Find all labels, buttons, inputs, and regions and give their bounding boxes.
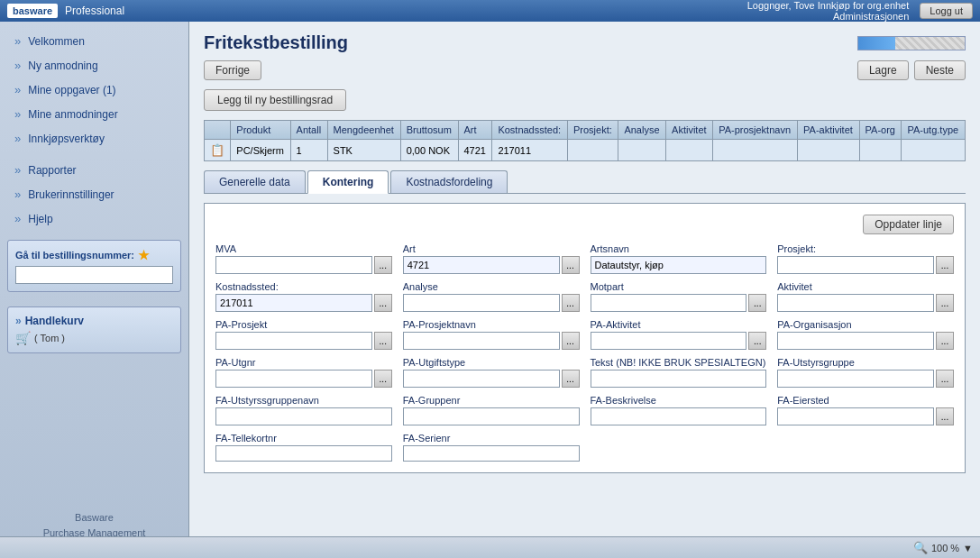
fa-serienr-input[interactable] — [403, 445, 580, 462]
col-pa-org: PA-org — [859, 121, 902, 140]
sidebar-item-brukerinnstillinger[interactable]: Brukerinnstillinger — [0, 182, 188, 206]
sidebar-item-mine-anmodninger[interactable]: Mine anmodninger — [0, 102, 188, 126]
field-kostnadssted: Kostnadssted: ... — [215, 281, 392, 312]
motpart-input[interactable] — [591, 294, 747, 312]
add-row-button[interactable]: Legg til ny bestillingsrad — [204, 89, 346, 111]
progress-bar-fill — [858, 37, 895, 50]
sidebar-item-hjelp[interactable]: Hjelp — [0, 206, 188, 231]
pa-utgiftstype-browse-btn[interactable]: ... — [562, 370, 580, 388]
art-input[interactable] — [403, 256, 560, 274]
sidebar-item-ny-anmodning[interactable]: Ny anmodning — [0, 53, 188, 78]
row-analyse — [618, 140, 666, 161]
back-button[interactable]: Forrige — [204, 60, 261, 80]
fa-eiersted-label: FA-Eiersted — [777, 395, 954, 406]
fa-eiersted-browse-btn[interactable]: ... — [936, 407, 954, 425]
row-pa-aktivitet — [798, 140, 860, 161]
fa-tellekortnr-input[interactable] — [215, 445, 392, 462]
analyse-browse-btn[interactable]: ... — [562, 294, 580, 312]
field-motpart: Motpart ... — [591, 281, 767, 312]
pa-organisasjon-browse-btn[interactable]: ... — [936, 332, 954, 350]
col-prosjekt: Prosjekt: — [567, 121, 618, 140]
pa-aktivitet-input[interactable] — [591, 332, 747, 350]
field-pa-prosjektnavn: PA-Prosjektnavn ... — [403, 319, 580, 350]
sidebar-item-innkjopsverktoey[interactable]: Innkjøpsverktøy — [0, 126, 188, 151]
tekst-label: Tekst (NB! IKKE BRUK SPESIALTEGN) — [591, 357, 767, 368]
prosjekt-input[interactable] — [777, 256, 934, 274]
form-panel: Oppdater linje MVA ... Art — [204, 203, 966, 473]
aktivitet-input[interactable] — [777, 294, 934, 312]
row-icon-cell: 📋 — [205, 140, 231, 161]
pa-prosjekt-input[interactable] — [215, 332, 372, 350]
tab-kostnadsfordeling[interactable]: Kostnadsfordeling — [390, 170, 508, 193]
pa-utgnr-input[interactable] — [215, 370, 372, 388]
fa-utstyrsgruppe-input[interactable] — [777, 370, 934, 388]
field-fa-gruppenr: FA-Gruppenr — [403, 395, 580, 425]
logo: basware — [7, 4, 58, 18]
progress-bar — [857, 36, 966, 50]
field-aktivitet: Aktivitet ... — [777, 281, 954, 312]
goto-input[interactable] — [15, 266, 173, 284]
kostnadssted-input[interactable] — [215, 294, 372, 312]
zoom-dropdown-icon[interactable]: ▼ — [963, 543, 973, 553]
sidebar-item-rapporter[interactable]: Rapporter — [0, 158, 188, 182]
pa-utgnr-browse-btn[interactable]: ... — [374, 370, 392, 388]
row-aktivitet — [666, 140, 713, 161]
artsnavn-label: Artsnavn — [591, 243, 767, 254]
save-button[interactable]: Lagre — [857, 60, 909, 80]
header: basware Professional Loggnger, Tove Innk… — [0, 0, 980, 22]
pa-prosjektnavn-input[interactable] — [403, 332, 560, 350]
pa-utgnr-label: PA-Utgnr — [215, 357, 392, 368]
artsnavn-input[interactable] — [591, 256, 767, 274]
pa-organisasjon-input[interactable] — [777, 332, 934, 350]
pa-prosjekt-label: PA-Prosjekt — [215, 319, 392, 330]
status-bar: 🔍 100 % ▼ — [0, 536, 980, 558]
col-icon — [205, 121, 231, 140]
pa-prosjekt-browse-btn[interactable]: ... — [374, 332, 392, 350]
mva-input[interactable] — [215, 256, 372, 274]
tab-generelle-data[interactable]: Generelle data — [204, 170, 306, 193]
mva-browse-btn[interactable]: ... — [374, 256, 392, 274]
cart-title[interactable]: Handlekurv — [15, 315, 173, 327]
pa-utgiftstype-input[interactable] — [403, 370, 560, 388]
col-kostnadssted: Kostnadssted: — [492, 121, 568, 140]
goto-order-box: Gå til bestillingsnummer: ★ — [7, 240, 181, 292]
table-row[interactable]: 📋 PC/Skjerm 1 STK 0,00 NOK 4721 217011 — [205, 140, 966, 161]
col-art: Art — [458, 121, 492, 140]
motpart-browse-btn[interactable]: ... — [748, 294, 766, 312]
fa-utstyrsgruppe-browse-btn[interactable]: ... — [936, 370, 954, 388]
tab-kontering[interactable]: Kontering — [307, 170, 389, 194]
sidebar-item-velkommen[interactable]: Velkommen — [0, 29, 188, 53]
fa-gruppenr-input[interactable] — [403, 407, 580, 425]
oppdater-linje-button[interactable]: Oppdater linje — [863, 215, 954, 234]
tekst-input[interactable] — [591, 370, 767, 388]
analyse-input[interactable] — [403, 294, 560, 312]
field-fa-serienr: FA-Serienr — [403, 433, 580, 462]
field-pa-utgiftstype: PA-Utgiftstype ... — [403, 357, 580, 388]
prosjekt-browse-btn[interactable]: ... — [936, 256, 954, 274]
order-table-body: 📋 PC/Skjerm 1 STK 0,00 NOK 4721 217011 — [205, 140, 966, 161]
progress-area — [857, 36, 966, 50]
pa-prosjektnavn-label: PA-Prosjektnavn — [403, 319, 580, 330]
aktivitet-browse-btn[interactable]: ... — [936, 294, 954, 312]
next-button[interactable]: Neste — [914, 60, 966, 80]
fa-utstyrsgruppnavn-input[interactable] — [215, 407, 392, 425]
field-pa-prosjekt: PA-Prosjekt ... — [215, 319, 392, 350]
header-left: basware Professional — [7, 4, 124, 18]
aktivitet-label: Aktivitet — [777, 281, 954, 292]
logout-button[interactable]: Logg ut — [920, 3, 973, 19]
sidebar-item-mine-oppgaver[interactable]: Mine oppgaver (1) — [0, 78, 188, 102]
sidebar: Velkommen Ny anmodning Mine oppgaver (1)… — [0, 22, 189, 558]
oppdater-row: Oppdater linje — [215, 215, 954, 234]
pa-prosjektnavn-browse-btn[interactable]: ... — [562, 332, 580, 350]
field-fa-beskrivelse: FA-Beskrivelse — [591, 395, 767, 425]
pa-aktivitet-browse-btn[interactable]: ... — [748, 332, 766, 350]
art-browse-btn[interactable]: ... — [562, 256, 580, 274]
fa-utstyrsgruppe-label: FA-Utstyrsgruppe — [777, 357, 954, 368]
form-grid: MVA ... Art ... Arts — [215, 243, 954, 462]
kostnadssted-browse-btn[interactable]: ... — [374, 294, 392, 312]
row-bruttosum: 0,00 NOK — [400, 140, 458, 161]
fa-beskrivelse-input[interactable] — [591, 407, 767, 425]
fa-eiersted-input[interactable] — [777, 407, 934, 425]
order-table: Produkt Antall Mengdeenhet Bruttosum Art… — [204, 120, 966, 161]
row-prosjekt — [567, 140, 618, 161]
